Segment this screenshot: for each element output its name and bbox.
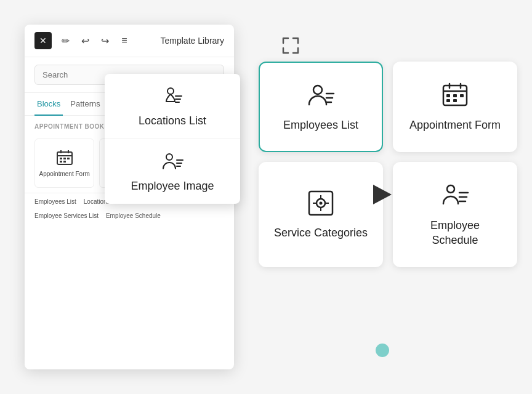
svg-rect-6	[63, 161, 66, 163]
card-label-service-categories: Service Categories	[274, 226, 368, 240]
svg-point-45	[447, 185, 454, 193]
canvas: ✕ ✏ ↩ ↪ ≡ Template Library Blocks Patter…	[0, 0, 532, 394]
svg-rect-32	[453, 94, 457, 97]
svg-rect-5	[60, 161, 62, 163]
card-label-employees-list: Employees List	[283, 118, 358, 132]
tab-blocks[interactable]: Blocks	[34, 93, 63, 116]
footer-label-employee-schedule: Employee Schedule	[106, 212, 161, 219]
dropdown-label-employee-image: Employee Image	[117, 180, 228, 193]
block-label-appointment-form: Appointment Form	[39, 170, 90, 178]
svg-rect-34	[446, 99, 450, 102]
play-arrow-button[interactable]	[365, 179, 397, 213]
person-list-icon	[117, 150, 228, 174]
svg-point-40	[320, 202, 323, 205]
toolbar: ✕ ✏ ↩ ↪ ≡ Template Library	[25, 25, 234, 57]
footer-label-employees: Employees List	[34, 198, 76, 205]
appointment-form-icon	[441, 81, 469, 110]
svg-marker-49	[373, 185, 392, 204]
card-appointment-form[interactable]: Appointment Form	[393, 62, 517, 152]
dropdown-panel: Locations List Employee Image	[105, 74, 240, 204]
employee-schedule-icon	[441, 182, 469, 210]
svg-rect-2	[60, 158, 62, 159]
svg-point-21	[166, 154, 172, 160]
service-categories-icon	[307, 189, 335, 217]
status-dot	[376, 344, 389, 357]
toolbar-title: Template Library	[161, 36, 225, 46]
dropdown-label-locations-list: Locations List	[117, 115, 228, 127]
employees-list-icon	[307, 81, 335, 110]
card-employee-schedule[interactable]: Employee Schedule	[393, 162, 517, 267]
edit-icon[interactable]: ✏	[59, 34, 71, 47]
calendar-icon	[56, 149, 73, 166]
block-item-appointment-form[interactable]: Appointment Form	[34, 139, 94, 188]
pin-list-icon	[117, 85, 228, 108]
expand-icon[interactable]	[281, 36, 300, 58]
cards-grid: Employees List	[259, 49, 517, 267]
close-button[interactable]: ✕	[34, 32, 52, 49]
menu-icon[interactable]: ≡	[118, 34, 131, 47]
svg-point-25	[313, 86, 322, 94]
dropdown-item-employee-image[interactable]: Employee Image	[105, 139, 240, 204]
redo-icon[interactable]: ↪	[99, 34, 111, 47]
svg-rect-31	[446, 94, 450, 97]
card-label-appointment-form: Appointment Form	[409, 118, 501, 132]
dropdown-item-locations-list[interactable]: Locations List	[105, 74, 240, 139]
svg-rect-33	[460, 94, 464, 97]
undo-icon[interactable]: ↩	[79, 34, 91, 47]
svg-rect-3	[63, 158, 66, 159]
tab-patterns[interactable]: Patterns	[68, 93, 102, 116]
svg-rect-35	[453, 99, 457, 102]
footer-label-employee-services: Employee Services List	[34, 212, 99, 219]
svg-point-17	[167, 88, 174, 94]
card-label-employee-schedule: Employee Schedule	[406, 219, 504, 247]
card-employees-list[interactable]: Employees List	[259, 62, 383, 152]
cards-area: Employees List	[259, 25, 517, 267]
svg-rect-4	[67, 158, 70, 159]
card-service-categories[interactable]: Service Categories	[259, 162, 383, 267]
